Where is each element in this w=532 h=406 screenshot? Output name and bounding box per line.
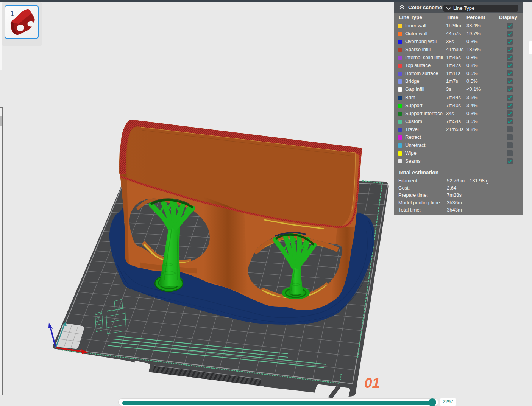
svg-text:01: 01 (364, 375, 380, 391)
